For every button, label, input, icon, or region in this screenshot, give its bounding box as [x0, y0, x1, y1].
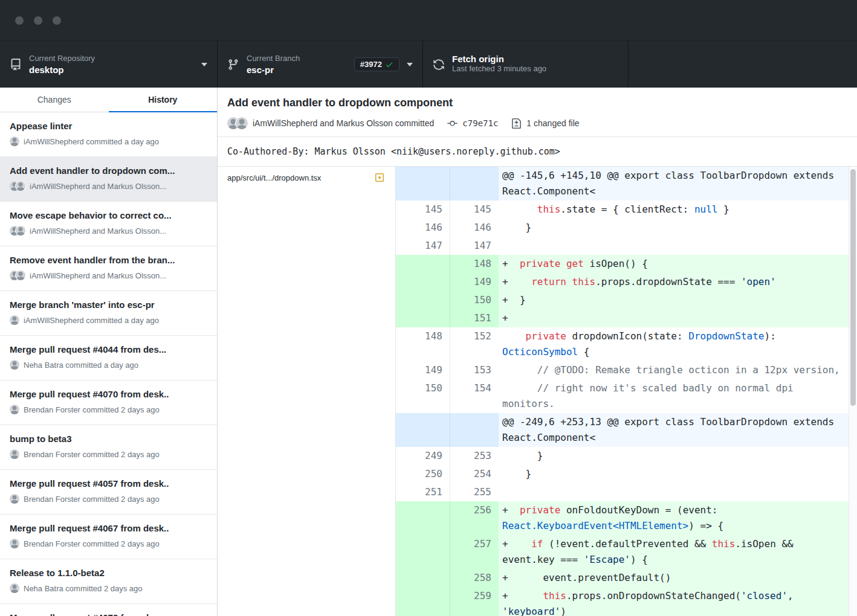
avatar	[227, 117, 248, 129]
app-body: Changes History Appease linteriAmWillShe…	[0, 88, 857, 616]
changed-files-count: 1 changed file	[526, 118, 579, 128]
commit-list: Appease linteriAmWillShepherd committed …	[0, 112, 217, 616]
pr-number-badge: #3972	[354, 57, 399, 71]
commit-meta: Neha Batra committed a day ago	[10, 360, 207, 370]
diff-old-line-number	[396, 167, 450, 201]
avatar	[10, 494, 19, 504]
diff-new-line-number: 256	[450, 501, 499, 535]
diff-old-line-number	[396, 273, 450, 291]
diff-code: + event.preventDefault()	[499, 569, 849, 587]
titlebar	[0, 0, 857, 41]
current-repository-button[interactable]: Current Repository desktop	[0, 41, 218, 88]
diff-line: 150154 // right now it's scaled badly on…	[396, 379, 849, 413]
commit-title: Merge branch 'master' into esc-pr	[10, 299, 207, 311]
commit-list-item[interactable]: Merge branch 'master' into esc-priAmWill…	[0, 291, 217, 336]
commit-detail: Add event handler to dropdown component …	[218, 88, 857, 616]
diff-code: + private get isOpen() {	[499, 255, 849, 273]
diff-line: 145145 this.state = { clientRect: null }	[396, 201, 849, 219]
diff-new-line-number: 150	[450, 291, 499, 309]
diff-code: + return this.props.dropdownState === 'o…	[499, 273, 849, 291]
branch-name: esc-pr	[247, 65, 354, 75]
commit-meta: iAmWillShepherd committed a day ago	[10, 136, 207, 146]
zoom-window-button[interactable]	[53, 16, 61, 25]
diff-old-line-number: 150	[396, 379, 450, 413]
commit-list-item[interactable]: Merge pull request #4044 from des...Neha…	[0, 336, 217, 380]
commit-title: Remove event handler from the bran...	[10, 254, 207, 266]
diff-old-line-number	[396, 309, 450, 327]
modified-status-icon	[375, 173, 384, 182]
diff-new-line-number: 149	[450, 273, 499, 291]
toolbar: Current Repository desktop Current Branc…	[0, 41, 857, 88]
diff-code: + if (!event.defaultPrevented && this.is…	[499, 535, 849, 569]
fetch-subtitle: Last fetched 3 minutes ago	[452, 64, 618, 73]
commit-meta: Neha Batra committed 2 days ago	[10, 583, 207, 593]
github-desktop-window: Current Repository desktop Current Branc…	[0, 0, 857, 616]
commit-meta-text: iAmWillShepherd committed a day ago	[24, 137, 159, 146]
diff-code: }	[499, 219, 849, 237]
commit-meta-text: Brendan Forster committed 2 days ago	[24, 539, 160, 548]
commit-meta-text: Neha Batra committed 2 days ago	[24, 584, 143, 593]
diff-line: 256+ private onFoldoutKeyDown = (event: …	[396, 501, 849, 535]
avatar	[10, 271, 25, 280]
close-window-button[interactable]	[15, 16, 24, 25]
diff-old-line-number	[396, 535, 450, 569]
avatar	[10, 405, 19, 414]
diff-code: + }	[499, 291, 849, 309]
diff-line: 257+ if (!event.defaultPrevented && this…	[396, 535, 849, 569]
commit-list-item[interactable]: bump to beta3Brendan Forster committed 2…	[0, 425, 217, 470]
diff-line: 259+ this.props.onDropdownStateChanged('…	[396, 587, 849, 616]
diff-old-line-number: 250	[396, 465, 450, 483]
minimize-window-button[interactable]	[34, 16, 42, 25]
diff-line: 251255	[396, 483, 849, 501]
commit-list-item[interactable]: Move escape behavior to correct co...iAm…	[0, 202, 217, 246]
fetch-origin-button[interactable]: Fetch origin Last fetched 3 minutes ago	[423, 41, 629, 88]
diff-code: @@ -145,6 +145,10 @@ export class Toolba…	[499, 167, 849, 201]
commit-list-item[interactable]: Merge pull request #4078 from des...	[0, 604, 217, 616]
diff-old-line-number	[396, 501, 450, 535]
commit-list-item[interactable]: Merge pull request #4057 from desk..Bren…	[0, 470, 217, 515]
diff-code: }	[499, 465, 849, 483]
diff-new-line-number: 258	[450, 569, 499, 587]
commit-list-item[interactable]: Merge pull request #4070 from desk..Bren…	[0, 380, 217, 425]
branch-label: Current Branch	[247, 54, 354, 63]
diff-line: 258+ event.preventDefault()	[396, 569, 849, 587]
tab-changes[interactable]: Changes	[0, 88, 109, 112]
diff-line: 147147	[396, 237, 849, 255]
commit-title: Release to 1.1.0-beta2	[10, 567, 207, 579]
current-branch-button[interactable]: Current Branch esc-pr #3972	[218, 41, 423, 88]
diff-new-line-number: 151	[450, 309, 499, 327]
diff-viewer: @@ -145,6 +145,10 @@ export class Toolba…	[396, 167, 857, 616]
diff-new-line-number: 146	[450, 219, 499, 237]
commit-meta: Brendan Forster committed 2 days ago	[10, 449, 207, 459]
diff-scrollbar[interactable]	[849, 167, 857, 616]
commit-title: Add event handler to dropdown com...	[10, 165, 207, 177]
diff-hunk-row: @@ -249,6 +253,13 @@ export class Toolba…	[396, 413, 849, 447]
diff-line: 249253 }	[396, 447, 849, 465]
commit-list-item[interactable]: Merge pull request #4067 from desk..Bren…	[0, 515, 217, 559]
diff-code: private dropdownIcon(state: DropdownStat…	[499, 327, 849, 361]
avatar	[10, 539, 19, 548]
sidebar-tabs: Changes History	[0, 88, 217, 112]
commit-meta-text: Brendan Forster committed 2 days ago	[24, 495, 160, 504]
commit-list-item[interactable]: Release to 1.1.0-beta2Neha Batra committ…	[0, 559, 217, 604]
chevron-down-icon	[201, 63, 207, 66]
commit-list-item[interactable]: Appease linteriAmWillShepherd committed …	[0, 112, 217, 157]
commit-title: Appease linter	[10, 120, 207, 132]
tab-history[interactable]: History	[109, 88, 218, 112]
commit-meta: iAmWillShepherd and Markus Olsson...	[10, 181, 207, 191]
sync-icon	[433, 59, 445, 71]
diff-line: 150+ }	[396, 291, 849, 309]
commit-title: Merge pull request #4057 from desk..	[10, 478, 207, 490]
commit-list-item[interactable]: Add event handler to dropdown com...iAmW…	[0, 157, 217, 202]
diff-old-line-number: 145	[396, 201, 450, 219]
diff-new-line-number: 147	[450, 237, 499, 255]
file-list-item[interactable]: app/src/ui/t.../dropdown.tsx	[218, 167, 395, 188]
avatar	[10, 360, 19, 370]
commit-authors: iAmWillShepherd and Markus Olsson commit…	[253, 118, 434, 128]
diff-code: // right now it's scaled badly on normal…	[499, 379, 849, 413]
scrollbar-thumb[interactable]	[850, 169, 856, 406]
commit-meta-text: Brendan Forster committed 2 days ago	[24, 450, 160, 459]
commit-list-item[interactable]: Remove event handler from the bran...iAm…	[0, 246, 217, 291]
diff-new-line-number: 259	[450, 587, 499, 616]
commit-title: Merge pull request #4067 from desk..	[10, 522, 207, 534]
